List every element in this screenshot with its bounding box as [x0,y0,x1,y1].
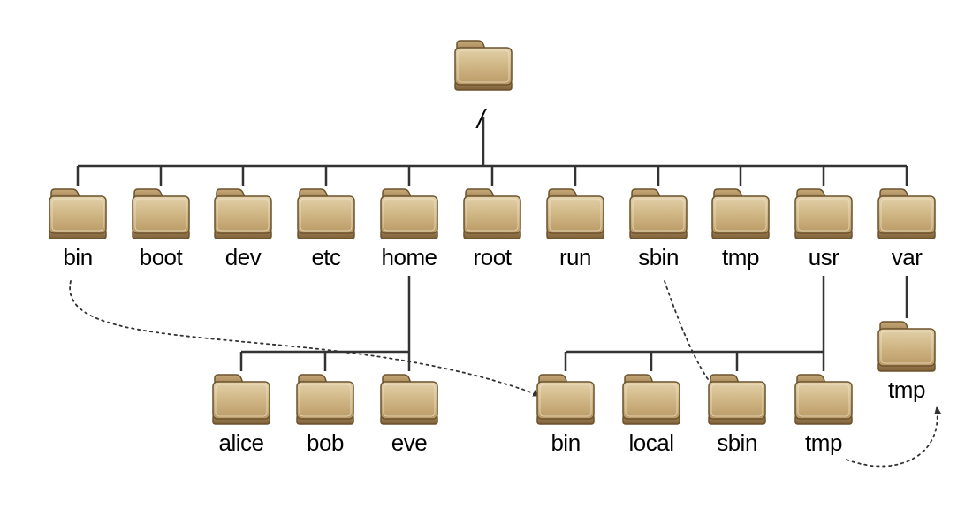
folder-icon [792,371,855,426]
label-dev: dev [208,246,278,270]
folder-var-tmp: tmp [871,318,942,402]
folder-usr: usr [788,186,859,270]
label-home: home [374,246,444,270]
folder-root-dir: root [457,186,528,270]
folder-bin: bin [42,186,113,270]
label-usr-sbin: sbin [702,431,772,455]
label-usr-tmp: tmp [788,431,859,455]
folder-icon [294,186,358,240]
folder-icon [293,371,357,426]
folder-etc: etc [291,186,361,270]
label-boot: boot [125,246,196,270]
label-usr-bin: bin [530,431,601,455]
folder-usr-bin: bin [530,371,601,455]
folder-icon [792,186,855,240]
folder-usr-local: local [616,371,687,455]
folder-icon [875,318,938,373]
folder-home-alice: alice [206,371,277,455]
folder-icon [460,186,524,240]
label-etc: etc [291,246,361,270]
folder-icon [377,371,441,426]
label-root-dir: root [457,246,528,270]
folder-icon [705,371,769,426]
folder-usr-tmp: tmp [788,371,859,455]
folder-icon [543,186,607,240]
label-alice: alice [206,431,277,455]
label-usr-local: local [616,431,687,455]
folder-icon [377,186,441,240]
label-tmp: tmp [705,246,776,270]
link-usr-tmp-to-var-tmp [847,407,938,467]
label-sbin: sbin [623,246,694,270]
folder-home-eve: eve [374,371,444,455]
folder-icon [709,186,772,240]
folder-home-bob: bob [290,371,361,455]
label-var: var [871,246,942,270]
folder-root [448,37,519,92]
folder-usr-sbin: sbin [702,371,772,455]
label-bin: bin [42,246,113,270]
label-var-tmp: tmp [871,378,942,402]
folder-icon [452,37,515,92]
folder-var: var [871,186,942,270]
label-bob: bob [290,431,361,455]
folder-home: home [374,186,444,270]
folder-icon [627,186,690,240]
root-label: / [477,104,484,134]
folder-boot: boot [125,186,196,270]
label-usr: usr [788,246,859,270]
label-eve: eve [374,431,444,455]
folder-icon [46,186,110,240]
folder-icon [211,186,275,240]
label-run: run [540,246,611,270]
folder-dev: dev [208,186,278,270]
folder-run: run [540,186,611,270]
folder-icon [209,371,273,426]
folder-icon [619,371,683,426]
folder-sbin: sbin [623,186,694,270]
folder-tmp: tmp [705,186,776,270]
folder-icon [129,186,193,240]
folder-icon [875,186,938,240]
filesystem-tree-diagram: / bin boot dev etc home root run sbin tm… [0,0,980,517]
folder-icon [534,371,597,426]
